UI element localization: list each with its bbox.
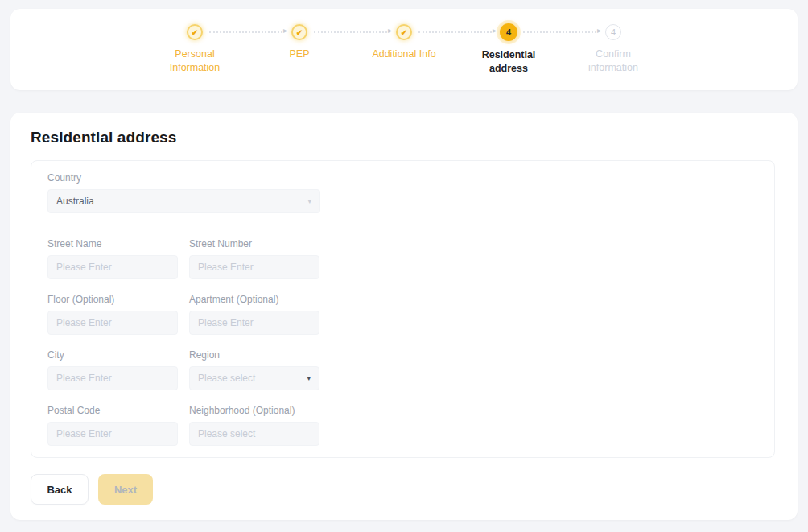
progress-stepper: ✔ Personal Information ✔ PEP ✔ Additiona… xyxy=(10,9,798,76)
residential-address-card: Residential address Country Australia ▾ … xyxy=(10,113,798,520)
city-region-row: City Region Please select ▾ xyxy=(47,349,758,390)
country-field: Country Australia ▾ xyxy=(47,172,320,213)
chevron-down-icon: ▾ xyxy=(307,375,311,382)
region-placeholder: Please select xyxy=(198,373,255,384)
neighborhood-input[interactable] xyxy=(189,422,319,446)
next-button[interactable]: Next xyxy=(98,474,153,505)
region-field: Region Please select ▾ xyxy=(189,349,319,390)
floor-field: Floor (Optional) xyxy=(47,294,178,335)
apartment-field: Apartment (Optional) xyxy=(189,294,319,335)
street-name-label: Street Name xyxy=(47,238,178,250)
street-number-input[interactable] xyxy=(189,255,319,279)
step-label: PEP xyxy=(262,47,337,61)
floor-label: Floor (Optional) xyxy=(47,294,178,306)
postal-code-input[interactable] xyxy=(47,422,178,446)
street-name-field: Street Name xyxy=(47,238,178,279)
step-label: Residential address xyxy=(471,48,546,76)
chevron-down-icon: ▾ xyxy=(307,198,311,205)
check-circle-icon: ✔ xyxy=(291,24,307,40)
postal-code-label: Postal Code xyxy=(47,405,178,417)
step-label: Confirm information xyxy=(575,47,651,75)
apartment-input[interactable] xyxy=(189,311,319,335)
country-row: Country Australia ▾ xyxy=(47,172,758,213)
neighborhood-field: Neighborhood (Optional) xyxy=(189,405,319,446)
street-number-field: Street Number xyxy=(189,238,319,279)
region-label: Region xyxy=(189,349,319,361)
city-input[interactable] xyxy=(47,366,178,390)
postal-code-field: Postal Code xyxy=(47,405,178,446)
floor-apartment-row: Floor (Optional) Apartment (Optional) xyxy=(47,294,758,335)
address-fieldset: Country Australia ▾ Street Name Street N… xyxy=(31,160,775,458)
step-number-badge: 4 xyxy=(500,23,517,41)
step-label: Additional Info xyxy=(366,47,442,61)
page-title: Residential address xyxy=(31,129,777,146)
region-select[interactable]: Please select ▾ xyxy=(189,366,319,390)
city-label: City xyxy=(47,349,178,361)
form-actions: Back Next xyxy=(31,474,777,505)
step-label: Personal Information xyxy=(157,47,233,75)
country-value: Australia xyxy=(56,196,94,207)
country-label: Country xyxy=(47,172,320,184)
postal-neighborhood-row: Postal Code Neighborhood (Optional) xyxy=(47,405,758,446)
neighborhood-label: Neighborhood (Optional) xyxy=(189,405,319,417)
back-button[interactable]: Back xyxy=(31,474,89,505)
country-select[interactable]: Australia ▾ xyxy=(47,189,320,213)
stepper-card: ✔ Personal Information ✔ PEP ✔ Additiona… xyxy=(10,9,798,90)
street-number-label: Street Number xyxy=(189,238,319,250)
floor-input[interactable] xyxy=(47,311,178,335)
check-circle-icon: ✔ xyxy=(396,24,412,40)
street-name-input[interactable] xyxy=(47,255,178,279)
apartment-label: Apartment (Optional) xyxy=(189,294,319,306)
city-field: City xyxy=(47,349,178,390)
step-confirm-information[interactable]: 4 Confirm information xyxy=(561,24,666,76)
street-row: Street Name Street Number xyxy=(47,238,758,279)
step-number-badge: 4 xyxy=(605,24,621,40)
check-circle-icon: ✔ xyxy=(187,24,203,40)
